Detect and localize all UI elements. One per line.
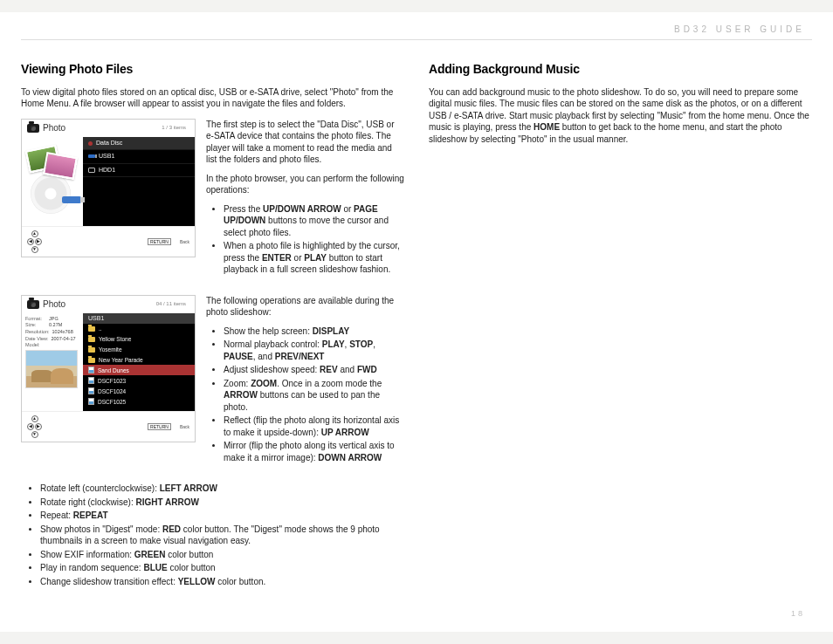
list-item: Rotate right (clockwise): RIGHT ARROW (40, 497, 404, 509)
device-label: HDD1 (99, 167, 115, 174)
folder-icon (88, 347, 95, 353)
bg-music-paragraph: You can add background music to the phot… (429, 86, 812, 146)
device-row-data-disc: Data Disc (83, 137, 195, 150)
list-item: Mirror (flip the photo along its vertica… (224, 440, 404, 463)
file-row: DSCF1025 (83, 396, 195, 407)
folder-icon (88, 326, 95, 332)
screenshot-device-select: Photo 1 / 3 items (21, 119, 196, 257)
list-item: Reflect (flip the photo along its horizo… (224, 414, 404, 438)
device-row-usb1: USB1 (83, 150, 195, 163)
heading-adding-background-music: Adding Background Music (429, 61, 812, 78)
list-item: Repeat: REPEAT (40, 510, 404, 522)
left-column: Viewing Photo Files To view digital phot… (21, 61, 404, 594)
list-item: Show EXIF information: GREEN color butto… (40, 549, 404, 561)
file-row-selected: Sand Dunes (83, 365, 195, 375)
image-file-icon (88, 398, 94, 405)
file-row: Yellow Stone (83, 334, 195, 345)
intro-paragraph: To view digital photo files stored on an… (21, 86, 404, 110)
location-header: USB1 (83, 313, 195, 324)
disc-bullet-icon (88, 141, 93, 146)
fig2-intro: The following operations are available d… (206, 295, 404, 319)
usb-icon (88, 154, 95, 158)
page-top-band (0, 0, 833, 12)
fig1-text-2: In the photo browser, you can perform th… (206, 173, 404, 196)
divider (21, 39, 812, 40)
item-count: 04 / 11 items (156, 301, 189, 307)
screenshot-title: Photo (43, 299, 65, 310)
media-illustration (22, 137, 83, 226)
list-item: Adjust slideshow speed: REV and FWD (224, 364, 404, 376)
preview-thumbnail (25, 350, 78, 388)
list-item: Show photos in "Digest" mode: RED color … (40, 524, 404, 547)
device-label: Data Disc (96, 140, 122, 147)
nav-dpad-icon: ▲ ◀▶ ▼ (27, 415, 42, 438)
list-item: Play in random sequence: BLUE color butt… (40, 562, 404, 574)
metadata-panel: Format:JPG Size:0.27M Resolution:1024x76… (22, 313, 83, 411)
list-item: Zoom: ZOOM. Once in a zoom mode the ARRO… (224, 378, 404, 414)
device-label: USB1 (99, 153, 114, 160)
page-bottom-band (0, 632, 833, 644)
return-label: Back (180, 239, 189, 244)
image-file-icon (88, 387, 94, 394)
nav-dpad-icon: ▲ ◀▶ ▼ (27, 230, 42, 253)
return-button: RETURN (148, 238, 171, 245)
disc-icon (31, 174, 71, 214)
usb-stick-icon (62, 196, 81, 203)
camera-icon (27, 300, 39, 309)
folder-icon (88, 337, 95, 342)
camera-icon (27, 124, 39, 133)
list-item: When a photo file is highlighted by the … (224, 240, 404, 276)
hdd-icon (88, 168, 95, 173)
list-item: Rotate left (counterclockwise): LEFT ARR… (40, 483, 404, 495)
doc-header: BD32 USER GUIDE (21, 12, 812, 39)
device-row-hdd1: HDD1 (83, 164, 195, 177)
item-count: 1 / 3 items (162, 125, 189, 131)
list-item: Show the help screen: DISPLAY (224, 325, 404, 338)
image-file-icon (88, 377, 94, 384)
folder-icon (88, 358, 95, 363)
page: BD32 USER GUIDE Viewing Photo Files To v… (0, 12, 833, 632)
heading-viewing-photo-files: Viewing Photo Files (21, 61, 404, 78)
return-label: Back (180, 424, 189, 429)
file-row: DSCF1023 (83, 375, 195, 386)
file-row: New Year Parade (83, 355, 195, 366)
fig1-text-1: The first step is to select the "Data Di… (206, 119, 404, 166)
screenshot-title: Photo (43, 123, 65, 134)
list-item: Press the UP/DOWN ARROW or PAGE UP/DOWN … (224, 203, 404, 239)
file-row: .. (83, 324, 195, 334)
return-button: RETURN (148, 423, 171, 430)
right-column: Adding Background Music You can add back… (429, 61, 812, 594)
screenshot-file-browser: Photo 04 / 11 items Format:JPG Size:0.27… (21, 295, 196, 442)
list-item: Change slideshow transition effect: YELL… (40, 576, 404, 588)
file-row: Yosemite (83, 345, 195, 355)
list-item: Normal playback control: PLAY, STOP, PAU… (224, 339, 404, 362)
page-number: 18 (791, 609, 805, 618)
file-row: DSCF1024 (83, 386, 195, 396)
image-file-icon (88, 367, 94, 373)
